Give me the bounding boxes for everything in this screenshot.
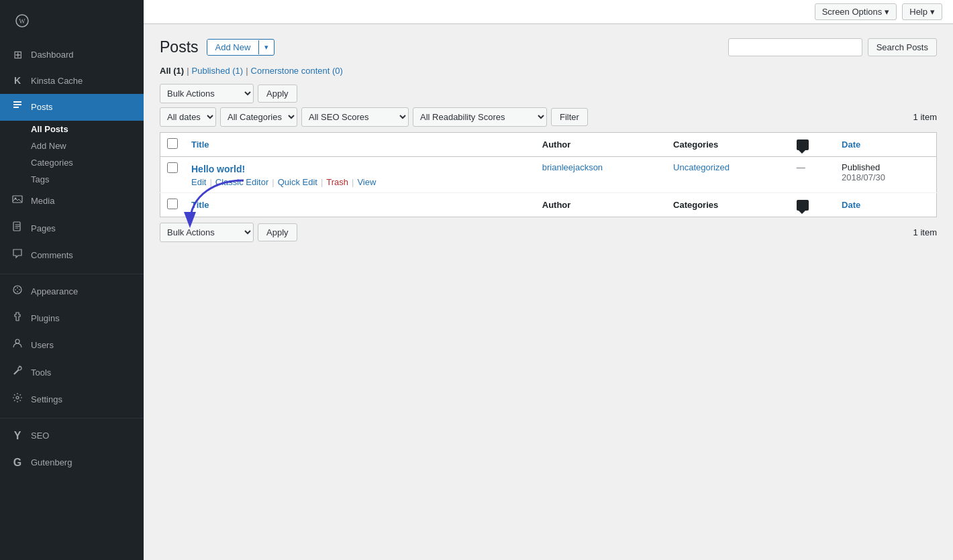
submenu-add-new[interactable]: Add New [31, 137, 144, 154]
footer-comments-icon [797, 200, 809, 211]
footer-title-header: Title [185, 192, 536, 217]
screen-options-button[interactable]: Screen Options ▾ [815, 3, 897, 20]
bulk-actions-bottom: Bulk Actions Apply [160, 223, 297, 242]
table-header-row: Title Author Categories Date [160, 132, 937, 156]
footer-categories-header: Categories [666, 192, 790, 217]
category-link[interactable]: Uncategorized [673, 162, 730, 172]
classic-editor-link[interactable]: Classic Editor [215, 177, 268, 187]
sidebar-item-label: Comments [31, 249, 73, 262]
dashboard-icon: ⊞ [11, 48, 24, 62]
readability-filter[interactable]: All Readability Scores [413, 107, 547, 127]
sidebar-item-users[interactable]: Users [0, 332, 144, 359]
quick-edit-link[interactable]: Quick Edit [278, 177, 317, 187]
title-sort-link[interactable]: Title [191, 139, 209, 150]
svg-point-6 [15, 339, 19, 343]
sidebar-item-media[interactable]: Media [0, 188, 144, 215]
post-title-link[interactable]: Hello world! [191, 164, 245, 174]
sidebar-item-gutenberg[interactable]: G Gutenberg [0, 449, 144, 476]
row-checkbox[interactable] [167, 162, 178, 173]
add-new-button[interactable]: Add New [207, 40, 259, 55]
sidebar-item-label: Kinsta Cache [31, 75, 83, 87]
gutenberg-icon: G [11, 455, 24, 470]
date-status: Published [842, 162, 880, 172]
main-content: Screen Options ▾ Help ▾ Posts Add New ▾ … [144, 0, 953, 560]
date-sort-link[interactable]: Date [842, 139, 860, 150]
bulk-actions-top: Bulk Actions Apply [160, 84, 297, 103]
search-posts-input[interactable] [728, 38, 862, 56]
help-button[interactable]: Help ▾ [902, 3, 942, 20]
select-all-checkbox[interactable] [167, 138, 178, 149]
sidebar-item-posts[interactable]: Posts [0, 94, 144, 121]
sidebar-item-appearance[interactable]: Appearance [0, 278, 144, 305]
row-actions: Edit | Classic Editor | Quick Edit | Tra… [191, 177, 529, 187]
submenu-tags[interactable]: Tags [31, 171, 144, 188]
sidebar-item-comments[interactable]: Comments [0, 242, 144, 269]
item-count-bottom: 1 item [913, 227, 937, 237]
sidebar-item-dashboard[interactable]: ⊞ Dashboard [0, 42, 144, 68]
posts-submenu: All Posts Add New Categories Tags [0, 121, 144, 188]
media-icon [11, 194, 24, 209]
table-row: Hello world! Edit | Classic Editor | Qui… [160, 156, 937, 192]
posts-table: Title Author Categories Date [160, 132, 937, 217]
footer-checkbox-header [160, 192, 185, 217]
filter-cornerstone[interactable]: Cornerstone content (0) [251, 66, 343, 76]
title-area: Posts Add New ▾ [160, 38, 274, 58]
submenu-all-posts[interactable]: All Posts [31, 121, 144, 137]
sidebar-item-label: Gutenberg [31, 457, 72, 469]
page-header: Posts Add New ▾ Search Posts [160, 38, 937, 58]
apply-button-bottom[interactable]: Apply [258, 223, 297, 241]
svg-text:W: W [19, 17, 26, 25]
author-link[interactable]: brianleejackson [542, 162, 603, 172]
categories-cell: Uncategorized [666, 156, 790, 192]
dates-filter[interactable]: All dates [160, 107, 216, 127]
submenu-categories[interactable]: Categories [31, 154, 144, 171]
sidebar-item-label: SEO [31, 430, 49, 442]
filter-button[interactable]: Filter [551, 108, 588, 126]
sidebar-item-pages[interactable]: Pages [0, 215, 144, 242]
sidebar-item-tools[interactable]: Tools [0, 359, 144, 386]
bulk-actions-select-top[interactable]: Bulk Actions [160, 84, 254, 103]
trash-link[interactable]: Trash [326, 177, 348, 187]
footer-title-sort-link[interactable]: Title [191, 200, 209, 210]
bulk-actions-select-bottom[interactable]: Bulk Actions [160, 223, 254, 242]
table-wrapper: Title Author Categories Date [160, 132, 937, 217]
screen-options-label: Screen Options [822, 7, 883, 17]
content-area: Posts Add New ▾ Search Posts All (1) | P… [144, 24, 953, 256]
sidebar-item-seo[interactable]: Y SEO [0, 423, 144, 449]
seo-scores-filter[interactable]: All SEO Scores [301, 107, 409, 127]
apply-button-top[interactable]: Apply [258, 85, 297, 103]
sidebar-item-label: Appearance [31, 286, 78, 298]
filter-sep-2: | [246, 66, 248, 76]
sidebar-item-label: Media [31, 195, 54, 207]
author-header: Author [536, 132, 666, 156]
categories-filter[interactable]: All Categories [220, 107, 297, 127]
filter-bar: All dates All Categories All SEO Scores … [160, 107, 588, 127]
comment-tail [799, 150, 805, 154]
footer-date-header: Date [835, 192, 936, 217]
add-new-dropdown-button[interactable]: ▾ [258, 40, 274, 54]
edit-link[interactable]: Edit [191, 177, 206, 187]
filter-published[interactable]: Published (1) [192, 66, 244, 76]
footer-comments-header [790, 192, 835, 217]
tablenav-top: Bulk Actions Apply [160, 84, 937, 103]
filter-bar-row: All dates All Categories All SEO Scores … [160, 107, 937, 127]
help-label: Help [909, 7, 927, 17]
view-link[interactable]: View [357, 177, 376, 187]
post-filter-links: All (1) | Published (1) | Cornerstone co… [160, 66, 937, 76]
footer-date-sort-link[interactable]: Date [842, 200, 860, 210]
sidebar-item-settings[interactable]: Settings [0, 386, 144, 413]
select-all-checkbox-bottom[interactable] [167, 199, 178, 209]
sidebar-item-label: Tools [31, 367, 51, 379]
comments-header [790, 132, 835, 156]
date-cell: Published 2018/07/30 [835, 156, 936, 192]
sidebar-divider [0, 274, 144, 274]
sidebar-item-plugins[interactable]: Plugins [0, 305, 144, 332]
wp-logo-icon: W [11, 9, 34, 32]
row-checkbox-cell [160, 156, 185, 192]
search-posts-button[interactable]: Search Posts [868, 38, 937, 56]
pages-icon [11, 221, 24, 236]
kinsta-icon: K [11, 74, 24, 88]
sidebar-divider-2 [0, 418, 144, 418]
sidebar-item-kinsta-cache[interactable]: K Kinsta Cache [0, 68, 144, 94]
filter-all[interactable]: All (1) [160, 66, 184, 76]
